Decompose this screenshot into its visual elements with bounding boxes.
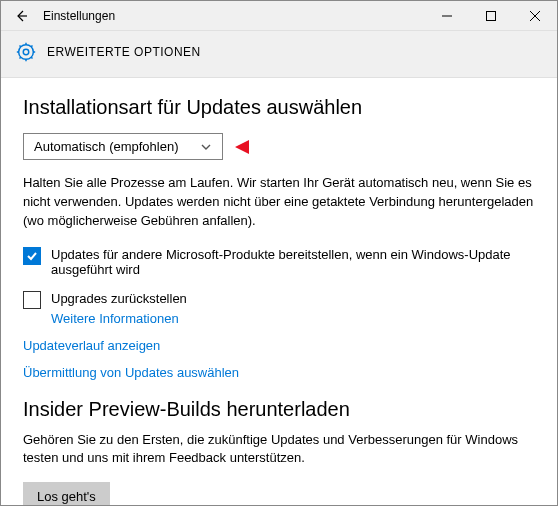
link-update-history[interactable]: Updateverlauf anzeigen xyxy=(23,338,535,353)
insider-heading: Insider Preview-Builds herunterladen xyxy=(23,398,535,421)
close-button[interactable] xyxy=(513,1,557,31)
back-button[interactable] xyxy=(9,4,33,28)
checkbox-label: Upgrades zurückstellen xyxy=(51,291,187,306)
header: ERWEITERTE OPTIONEN xyxy=(1,31,557,78)
titlebar: Einstellungen xyxy=(1,1,557,31)
maximize-button[interactable] xyxy=(469,1,513,31)
insider-start-button[interactable]: Los geht's xyxy=(23,482,110,506)
install-mode-select[interactable]: Automatisch (empfohlen) xyxy=(23,133,223,160)
link-more-info[interactable]: Weitere Informationen xyxy=(51,311,535,326)
link-delivery-optimization[interactable]: Übermittlung von Updates auswählen xyxy=(23,365,535,380)
breadcrumb: ERWEITERTE OPTIONEN xyxy=(47,45,201,59)
minimize-icon xyxy=(442,11,452,21)
checkbox-ms-products[interactable] xyxy=(23,247,41,265)
svg-point-2 xyxy=(19,45,34,60)
arrow-left-icon xyxy=(13,8,29,24)
chevron-down-icon xyxy=(200,141,212,153)
checkbox-row-ms-products: Updates für andere Microsoft-Produkte be… xyxy=(23,247,535,277)
page-heading: Installationsart für Updates auswählen xyxy=(23,96,535,119)
checkbox-defer-upgrades[interactable] xyxy=(23,291,41,309)
maximize-icon xyxy=(486,11,496,21)
checkbox-label: Updates für andere Microsoft-Produkte be… xyxy=(51,247,535,277)
window-title: Einstellungen xyxy=(43,9,115,23)
select-value: Automatisch (empfohlen) xyxy=(34,139,179,154)
content: Installationsart für Updates auswählen A… xyxy=(1,78,557,506)
close-icon xyxy=(530,11,540,21)
gear-icon xyxy=(15,41,37,63)
minimize-button[interactable] xyxy=(425,1,469,31)
svg-point-1 xyxy=(23,49,29,55)
check-icon xyxy=(26,250,38,262)
description-text: Halten Sie alle Prozesse am Laufen. Wir … xyxy=(23,174,535,231)
svg-rect-0 xyxy=(487,11,496,20)
arrow-annotation-icon xyxy=(235,136,267,158)
checkbox-row-defer: Upgrades zurückstellen xyxy=(23,291,535,309)
insider-description: Gehören Sie zu den Ersten, die zukünftig… xyxy=(23,431,535,469)
